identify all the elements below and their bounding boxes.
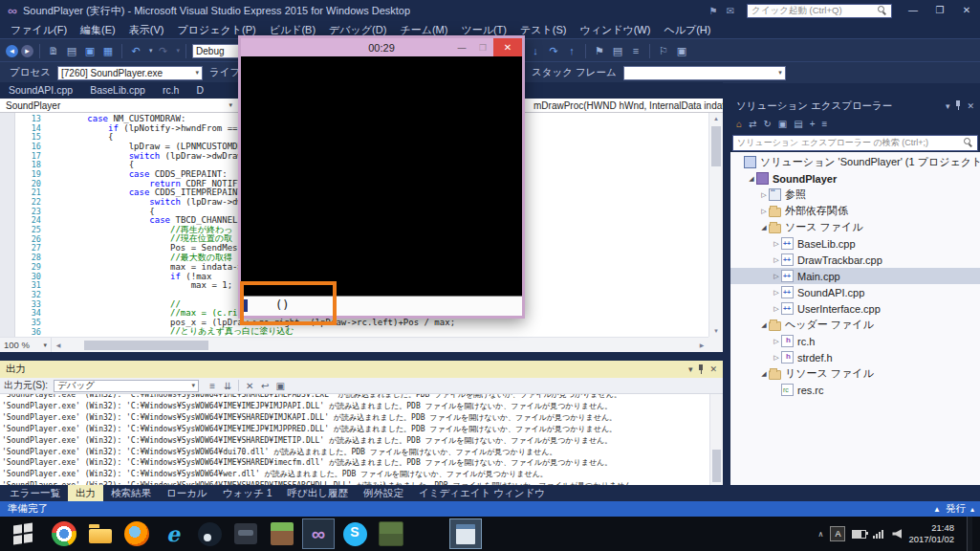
chevron-up-icon[interactable]: ▴	[970, 505, 974, 514]
scroll-right-icon[interactable]: ▶	[695, 342, 708, 348]
panel-tab-検索結果[interactable]: 検索結果	[103, 485, 159, 501]
panel-tab-エラー一覧[interactable]: エラー一覧	[2, 485, 68, 501]
editor-zoom-dropdown[interactable]: 100 % ▾	[0, 338, 52, 352]
firefox-taskbar-button[interactable]	[120, 518, 153, 549]
panel-tab-ウォッチ 1[interactable]: ウォッチ 1	[215, 485, 280, 501]
tree-item-BaseLib.cpp[interactable]: ▷BaseLib.cpp	[730, 235, 980, 252]
step-over-icon[interactable]: ↷	[546, 43, 561, 58]
goto-message-icon[interactable]: ⇊	[220, 381, 235, 391]
tree-item-ソース ファイル[interactable]: ◢ソース ファイル	[730, 219, 980, 235]
clear-all-icon[interactable]: ✕	[242, 381, 257, 391]
expander-icon[interactable]: ▷	[759, 191, 769, 199]
taskbar-clock[interactable]: 21:48 2017/01/02	[908, 522, 954, 545]
show-desktop-button[interactable]	[967, 517, 972, 551]
scroll-down-icon[interactable]: ▼	[709, 325, 723, 337]
bookmark-icon[interactable]: ⚐	[656, 43, 671, 58]
soundplayer-app-window[interactable]: 00:29 — ❐ ✕ ()	[238, 35, 525, 319]
menu-item-編集(E)[interactable]: 編集(E)	[74, 21, 122, 38]
solution-search-input[interactable]: ソリューション エクスプローラー の検索 (Ctrl+;)	[732, 135, 978, 151]
scroll-left-icon[interactable]: ◀	[52, 342, 65, 348]
panel-tab-呼び出し履歴[interactable]: 呼び出し履歴	[280, 485, 357, 501]
app-minimize-button[interactable]: —	[451, 38, 472, 56]
tree-item-DrawTrackbar.cpp[interactable]: ▷DrawTrackbar.cpp	[730, 252, 980, 268]
output-scroll-thumb[interactable]	[712, 450, 721, 482]
menu-item-表示(V)[interactable]: 表示(V)	[122, 21, 171, 38]
undo-dropdown-icon[interactable]: ▾	[149, 47, 153, 55]
network-icon[interactable]	[873, 529, 885, 539]
horizontal-scroll-track[interactable]	[65, 338, 695, 352]
toggle-wrap-icon[interactable]: ↩	[257, 381, 272, 391]
save-icon[interactable]: ▣	[82, 43, 98, 58]
tree-item-Main.cpp[interactable]: ▷Main.cpp	[730, 268, 980, 284]
navigate-back-icon[interactable]: ◂	[6, 45, 18, 57]
battery-icon[interactable]	[852, 530, 866, 539]
expander-icon[interactable]: ▷	[772, 338, 781, 345]
refresh-icon[interactable]: ↻	[763, 119, 771, 129]
output-body[interactable]: 'SoundPlayer.exe' (Win32): 'C:¥Windows¥S…	[2, 394, 709, 485]
step-out-icon[interactable]: ↑	[564, 43, 579, 58]
menu-item-ファイル(F)[interactable]: ファイル(F)	[4, 21, 74, 38]
step-into-icon[interactable]: ↓	[528, 43, 543, 58]
quick-launch-input[interactable]: クイック起動 (Ctrl+Q)	[747, 4, 892, 18]
volume-icon[interactable]	[892, 529, 902, 539]
expander-icon[interactable]: ◢	[747, 175, 756, 183]
expander-icon[interactable]: ▷	[772, 240, 781, 248]
menu-item-ウィンドウ(W)[interactable]: ウィンドウ(W)	[573, 21, 657, 38]
expander-icon[interactable]: ▷	[772, 289, 781, 297]
tree-item-ヘッダー ファイル[interactable]: ◢ヘッダー ファイル	[730, 317, 980, 333]
horizontal-scroll-thumb[interactable]	[84, 341, 208, 350]
undo-icon[interactable]: ↶	[128, 43, 143, 58]
tree-item-リソース ファイル[interactable]: ◢リソース ファイル	[730, 365, 980, 382]
vertical-scroll-thumb[interactable]	[711, 126, 721, 166]
switch-views-icon[interactable]: ⇄	[749, 119, 756, 129]
messenger-taskbar-button[interactable]	[338, 518, 371, 549]
tree-item-rc.h[interactable]: ▷rc.h	[730, 333, 980, 349]
expander-icon[interactable]: ◢	[759, 224, 769, 231]
publish-icon[interactable]: ▲	[933, 505, 941, 514]
expander-icon[interactable]: ▷	[759, 208, 769, 215]
find-message-icon[interactable]: ≡	[205, 381, 220, 391]
minimize-button[interactable]: —	[900, 0, 926, 21]
open-file-icon[interactable]: ▤	[64, 43, 79, 58]
properties-icon[interactable]: ≡	[822, 119, 828, 129]
expander-icon[interactable]: ▷	[772, 256, 781, 264]
pin-icon[interactable]	[697, 364, 705, 375]
autoscroll-icon[interactable]: ▣	[272, 381, 288, 391]
show-hidden-icons-icon[interactable]: ∧	[818, 530, 824, 539]
window-position-icon[interactable]: ▾	[946, 101, 950, 111]
tree-item-SoundAPI.cpp[interactable]: ▷SoundAPI.cpp	[730, 284, 980, 300]
expander-icon[interactable]: ▷	[772, 354, 781, 362]
new-file-icon[interactable]: 🗎	[46, 43, 61, 58]
doc-tab-rc.h[interactable]: rc.h	[154, 82, 188, 99]
immediate-window-icon[interactable]: ▤	[610, 43, 625, 58]
tree-item-ソリューション 'SoundPlayer' (1 プロジェクト)[interactable]: ソリューション 'SoundPlayer' (1 プロジェクト)	[730, 154, 980, 170]
project-dropdown[interactable]: SoundPlayer ▾	[0, 99, 239, 112]
navigate-forward-icon[interactable]: ▸	[21, 45, 33, 57]
tree-item-strdef.h[interactable]: ▷strdef.h	[730, 349, 980, 365]
panel-tab-例外設定[interactable]: 例外設定	[356, 485, 411, 501]
collapse-all-icon[interactable]: ▣	[778, 119, 787, 129]
chrome-taskbar-button[interactable]	[48, 518, 80, 549]
show-all-files-icon[interactable]: ▤	[794, 119, 802, 129]
breakpoints-icon[interactable]: ⚑	[592, 43, 607, 58]
misc-toolbar-icon[interactable]: ▣	[674, 43, 689, 58]
tree-item-参照[interactable]: ▷参照	[730, 187, 980, 203]
steam-taskbar-button[interactable]	[193, 518, 226, 549]
home-icon[interactable]: ⌂	[736, 119, 742, 129]
command-window-icon[interactable]: ≡	[628, 43, 643, 58]
start-taskbar-button[interactable]	[2, 518, 44, 549]
close-panel-icon[interactable]: ✕	[709, 364, 717, 374]
add-item-icon[interactable]: +	[810, 119, 816, 129]
editor-horizontal-scrollbar[interactable]: 100 % ▾ ◀ ▶	[0, 337, 708, 352]
game-taskbar-button[interactable]	[229, 518, 262, 549]
maximize-button[interactable]: ❐	[926, 0, 953, 21]
tree-item-UserInterface.cpp[interactable]: ▷UserInterface.cpp	[730, 300, 980, 317]
panel-tab-出力[interactable]: 出力	[68, 485, 103, 501]
notifications-icon[interactable]: ✉	[722, 6, 739, 16]
minecraft-server-taskbar-button[interactable]	[375, 518, 407, 549]
feedback-icon[interactable]: ⚑	[705, 6, 722, 16]
explorer-taskbar-button[interactable]	[84, 518, 117, 549]
redo-icon[interactable]: ↷	[156, 43, 171, 58]
close-button[interactable]: ✕	[953, 0, 980, 21]
visual-studio-taskbar-button[interactable]	[302, 518, 335, 549]
